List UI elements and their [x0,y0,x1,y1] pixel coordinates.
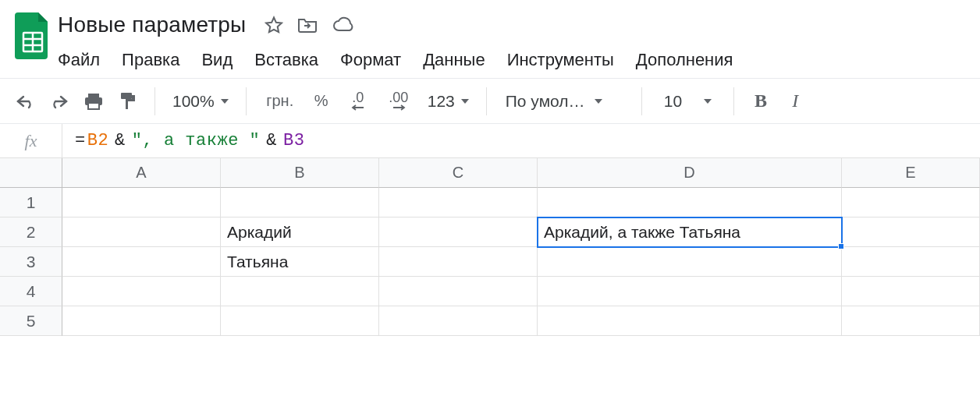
col-header-C[interactable]: C [379,158,538,188]
cell-C3[interactable] [379,247,538,277]
menu-file[interactable]: Файл [58,50,100,70]
italic-button[interactable]: I [779,86,811,117]
font-family-dropdown[interactable]: По умол… [498,92,630,111]
cell-A5[interactable] [62,306,221,336]
cell-C4[interactable] [379,277,538,306]
formula-bar: fx =B2 & ", а также " & B3 [0,124,980,158]
fx-icon: fx [0,124,62,157]
cell-B3[interactable]: Татьяна [221,247,379,277]
cell-B2[interactable]: Аркадий [221,217,379,247]
undo-button[interactable] [9,86,41,117]
cell-E3[interactable] [842,247,980,277]
toolbar: 100% грн. % .0 .00 123 По умол… 10 B I [0,79,980,124]
cell-C5[interactable] [379,306,538,336]
zoom-value: 100% [172,92,215,111]
print-button[interactable] [78,86,109,117]
cell-E2[interactable] [842,217,980,247]
cell-D2[interactable]: Аркадий, а также Татьяна [538,217,842,247]
zoom-dropdown[interactable]: 100% [166,92,235,111]
decrease-decimal-button[interactable]: .0 [340,86,376,117]
chevron-down-icon [221,99,229,104]
sheets-logo[interactable] [12,8,53,62]
cell-B4[interactable] [221,277,379,306]
menu-insert[interactable]: Вставка [254,50,318,70]
col-header-D[interactable]: D [538,158,842,188]
cell-D3[interactable] [538,247,842,277]
col-header-B[interactable]: B [221,158,379,188]
cell-C1[interactable] [379,188,538,217]
increase-decimal-button[interactable]: .00 [379,86,418,117]
cell-D5[interactable] [538,306,842,336]
cell-A4[interactable] [62,277,221,306]
chevron-down-icon [461,99,469,104]
chevron-down-icon [704,99,712,104]
chevron-down-icon [595,99,602,104]
paint-format-button[interactable] [112,86,144,117]
row-header-4[interactable]: 4 [0,277,62,306]
cloud-status-icon[interactable] [332,16,355,34]
cell-C2[interactable] [379,217,538,247]
star-icon[interactable] [265,16,283,34]
menu-edit[interactable]: Правка [122,50,179,70]
spreadsheet-grid: A B C D E 1 2 Аркадий Аркадий, а также Т… [0,158,980,336]
cell-B1[interactable] [221,188,379,217]
col-header-E[interactable]: E [842,158,980,188]
row-header-1[interactable]: 1 [0,188,62,217]
row-header-2[interactable]: 2 [0,217,62,247]
cell-D4[interactable] [538,277,842,306]
bold-button[interactable]: B [745,86,776,117]
cell-E1[interactable] [842,188,980,217]
menu-bar: Файл Правка Вид Вставка Формат Данные Ин… [58,42,968,78]
more-formats-dropdown[interactable]: 123 [421,92,475,111]
cell-E5[interactable] [842,306,980,336]
menu-view[interactable]: Вид [201,50,233,70]
menu-addons[interactable]: Дополнения [636,50,733,70]
formula-input[interactable]: =B2 & ", а также " & B3 [62,131,304,150]
percent-format-button[interactable]: % [306,86,337,117]
redo-button[interactable] [44,86,75,117]
font-size-dropdown[interactable]: 10 [653,92,723,111]
svg-rect-7 [121,93,132,99]
row-header-3[interactable]: 3 [0,247,62,277]
doc-title[interactable]: Новые параметры [58,12,246,37]
cell-E4[interactable] [842,277,980,306]
cell-A2[interactable] [62,217,221,247]
select-all-corner[interactable] [0,158,62,188]
row-header-5[interactable]: 5 [0,306,62,336]
move-icon[interactable] [297,16,318,34]
selection-handle[interactable] [838,243,844,249]
menu-format[interactable]: Формат [340,50,401,70]
currency-format-button[interactable]: грн. [257,86,303,117]
col-header-A[interactable]: A [62,158,221,188]
cell-A1[interactable] [62,188,221,217]
cell-A3[interactable] [62,247,221,277]
svg-rect-4 [88,94,99,97]
cell-D1[interactable] [538,188,842,217]
cell-B5[interactable] [221,306,379,336]
svg-rect-6 [88,103,99,109]
menu-data[interactable]: Данные [423,50,485,70]
menu-tools[interactable]: Инструменты [507,50,614,70]
